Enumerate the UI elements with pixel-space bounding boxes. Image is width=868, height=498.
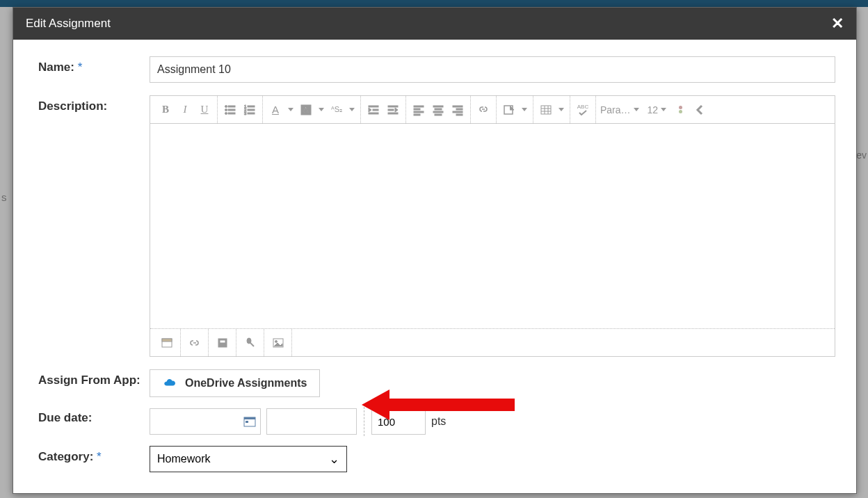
svg-point-2 [225, 109, 227, 111]
svg-text:3: 3 [244, 111, 247, 115]
background-color-icon[interactable]: A [296, 100, 316, 120]
separator [364, 407, 364, 436]
category-select[interactable]: Homework ⌄ [150, 446, 347, 472]
chevron-left-icon[interactable] [690, 100, 709, 120]
insert-content-dropdown-icon[interactable] [519, 100, 530, 120]
svg-point-4 [225, 112, 227, 114]
svg-rect-11 [248, 113, 255, 114]
paragraph-style-dropdown[interactable]: Para… [596, 104, 643, 115]
footer-save-icon[interactable] [209, 329, 236, 356]
svg-rect-5 [228, 113, 235, 114]
svg-marker-16 [369, 108, 371, 112]
name-label: Name: * [38, 56, 150, 74]
svg-rect-33 [456, 114, 463, 115]
svg-rect-31 [456, 109, 463, 110]
due-date-input[interactable] [150, 408, 261, 435]
italic-icon[interactable]: I [175, 100, 195, 120]
modal-title: Edit Assignment [26, 17, 111, 31]
bold-icon[interactable]: B [156, 100, 175, 120]
svg-rect-7 [248, 106, 255, 107]
svg-rect-32 [453, 111, 463, 113]
svg-rect-28 [433, 111, 443, 113]
background-fragment-right: ev [856, 150, 867, 161]
chevron-down-icon: ⌄ [329, 451, 339, 467]
description-textarea[interactable] [150, 124, 835, 328]
svg-point-44 [247, 338, 251, 344]
svg-rect-14 [369, 106, 378, 107]
description-label: Description: [38, 95, 150, 113]
calendar-icon [243, 416, 256, 427]
link-icon[interactable] [474, 100, 493, 120]
svg-rect-21 [388, 113, 398, 114]
align-right-icon[interactable] [448, 100, 467, 120]
footer-link-icon[interactable] [181, 329, 209, 356]
name-input[interactable] [150, 56, 835, 83]
category-value: Homework [157, 453, 210, 465]
due-time-input[interactable] [266, 408, 357, 435]
svg-rect-15 [373, 109, 378, 111]
svg-rect-24 [414, 111, 424, 113]
svg-rect-26 [433, 106, 443, 107]
text-color-icon[interactable]: A [266, 100, 285, 120]
footer-image-icon[interactable] [264, 329, 292, 356]
svg-rect-43 [220, 340, 225, 343]
subscript-dropdown-icon[interactable] [346, 100, 357, 120]
rich-text-editor: B I U 123 A [150, 95, 835, 357]
svg-rect-23 [414, 109, 420, 110]
font-size-dropdown[interactable]: 12 [643, 104, 671, 115]
align-center-icon[interactable] [428, 100, 448, 120]
points-input[interactable] [371, 408, 426, 435]
points-suffix-label: pts [431, 415, 446, 428]
svg-rect-35 [541, 106, 551, 114]
svg-point-47 [275, 340, 277, 342]
insert-content-icon[interactable] [499, 100, 519, 120]
svg-rect-29 [435, 114, 442, 115]
svg-rect-18 [388, 106, 398, 107]
indent-icon[interactable] [383, 100, 403, 120]
svg-point-0 [225, 105, 227, 107]
svg-rect-19 [388, 109, 394, 111]
svg-rect-1 [228, 106, 235, 107]
category-label: Category: * [38, 446, 150, 464]
svg-rect-30 [453, 106, 463, 107]
svg-line-45 [250, 343, 254, 346]
svg-text:A: A [303, 106, 309, 114]
svg-rect-9 [248, 109, 255, 111]
rte-footer [150, 328, 835, 356]
close-icon[interactable]: ✕ [831, 16, 844, 31]
background-fragment-left: s [1, 191, 7, 203]
onedrive-assignments-button[interactable]: OneDrive Assignments [150, 369, 320, 397]
background-color-dropdown-icon[interactable] [316, 100, 327, 120]
svg-rect-17 [369, 113, 378, 114]
svg-marker-20 [395, 108, 398, 112]
svg-rect-41 [162, 339, 172, 342]
numbered-list-icon[interactable]: 123 [240, 100, 259, 120]
bullet-list-icon[interactable] [220, 100, 240, 120]
outdent-icon[interactable] [364, 100, 383, 120]
modal-header: Edit Assignment ✕ [13, 8, 856, 40]
underline-icon[interactable]: U [195, 100, 214, 120]
svg-rect-49 [244, 417, 255, 419]
footer-window-icon[interactable] [153, 329, 181, 356]
traffic-light-icon[interactable] [670, 100, 690, 120]
table-dropdown-icon[interactable] [556, 100, 567, 120]
svg-rect-27 [435, 109, 442, 110]
svg-rect-25 [414, 114, 420, 115]
due-date-label: Due date: [38, 407, 150, 425]
assign-from-app-label: Assign From App: [38, 369, 150, 387]
spellcheck-icon[interactable]: ABC [573, 100, 593, 120]
svg-rect-50 [246, 421, 248, 423]
align-left-icon[interactable] [409, 100, 428, 120]
subscript-icon[interactable]: ᴬS₂ [327, 100, 346, 120]
onedrive-assignments-label: OneDrive Assignments [185, 377, 307, 389]
svg-rect-3 [228, 109, 235, 111]
text-color-dropdown-icon[interactable] [285, 100, 296, 120]
table-icon[interactable] [536, 100, 556, 120]
onedrive-icon [163, 378, 178, 388]
rte-toolbar: B I U 123 A [150, 96, 835, 124]
footer-mic-icon[interactable] [236, 329, 264, 356]
edit-assignment-modal: Edit Assignment ✕ Name: * Description: B [13, 7, 857, 494]
svg-rect-22 [414, 106, 424, 107]
